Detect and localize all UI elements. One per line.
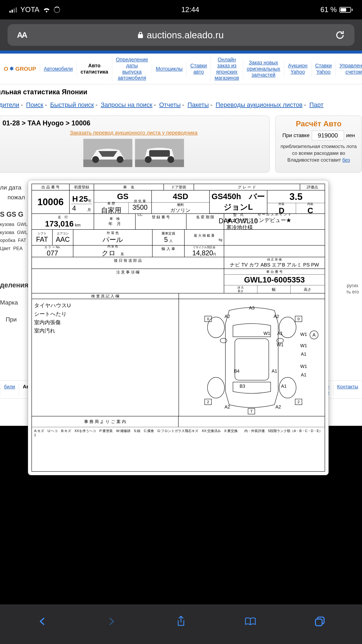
svg-text:A1: A1 (301, 352, 306, 356)
calc-bid-input[interactable] (312, 131, 344, 140)
battery-percent: 61 % (320, 6, 337, 14)
url-text: auctions.aleado.ru (147, 30, 224, 40)
reload-button[interactable] (335, 30, 345, 41)
subnav-quick-search[interactable]: Быстрый поиск (50, 101, 94, 108)
bottom-nav-item[interactable]: били (0, 383, 19, 396)
svg-text:A: A (312, 332, 316, 337)
svg-text:W1: W1 (300, 364, 307, 369)
svg-point-10 (208, 317, 224, 338)
right-edge-panel: ругихть его (343, 282, 362, 295)
svg-text:W1: W1 (277, 342, 284, 347)
bookmarks-button[interactable] (244, 615, 257, 628)
svg-rect-5 (135, 160, 184, 167)
svg-text:A2: A2 (274, 314, 279, 319)
wifi-icon (43, 7, 50, 13)
svg-text:A2: A2 (224, 314, 230, 319)
mileage: 173,016 (45, 219, 74, 228)
logo[interactable]: O ✱ GROUP (0, 66, 40, 72)
edge-text: пожал (0, 192, 25, 202)
browser-chrome: AA auctions.aleado.ru (0, 20, 362, 50)
edge-heading: деления (0, 280, 28, 290)
nav-yahoo-bids[interactable]: Ставки Yahoo (311, 62, 336, 76)
lot-panel: 01-28 > TAA Hyogo > 10006 Заказать перев… (0, 116, 270, 172)
svg-text:A1: A1 (277, 331, 283, 336)
svg-point-3 (117, 156, 124, 163)
subnav-manufacturers[interactable]: водители (0, 101, 19, 108)
equipment: ナビ TV カワ ABS エアB アルミ PS PW (230, 262, 319, 268)
bottom-nav-contacts[interactable]: Контакты (333, 383, 362, 396)
svg-text:W1: W1 (264, 331, 270, 336)
nav-parts-order[interactable]: Заказ новых оригинальных запчастей (243, 58, 284, 79)
nav-automobiles[interactable]: Автомобили (40, 65, 76, 73)
calc-link[interactable]: без (342, 157, 350, 163)
nav-auto-stats[interactable]: Авто статистика (76, 62, 112, 76)
nav-yahoo-auction[interactable]: Аукцион Yahoo (284, 62, 311, 76)
subnav-search[interactable]: Поиск (26, 101, 43, 108)
signal-icon (10, 7, 17, 13)
svg-rect-9 (235, 339, 269, 380)
calc-description: приблизительная стоимость лота со всеми … (279, 143, 358, 164)
calc-currency: иен (346, 132, 355, 138)
svg-text:A2: A2 (224, 404, 230, 410)
lock-icon (138, 32, 143, 39)
edge-label: Марка (0, 298, 18, 308)
chassis-number: GWL10-6005353 (224, 274, 325, 285)
svg-text:A2: A2 (276, 404, 281, 410)
svg-text:A1: A1 (301, 372, 306, 377)
translate-link[interactable]: Заказать перевод аукционного листа у пер… (2, 128, 265, 137)
svg-text:W1: W1 (300, 332, 307, 337)
svg-text:B4: B4 (234, 368, 240, 374)
carrier-label: YOTA (20, 6, 40, 14)
page-title: бильная статистика Японии (0, 84, 362, 100)
nav-account[interactable]: Управление счетом (336, 62, 362, 76)
loading-spinner-icon (54, 6, 60, 13)
subnav-packages[interactable]: Пакеты (188, 101, 209, 108)
clock: 12:44 (181, 6, 199, 14)
edge-text: ли дата (0, 182, 25, 192)
auction-score: 3.5 (267, 190, 325, 203)
nav-date-determine[interactable]: Определение даты выпуска автомобиля (112, 56, 152, 82)
share-button[interactable] (174, 615, 188, 628)
svg-text:W1: W1 (300, 343, 307, 348)
svg-text:2: 2 (207, 400, 209, 404)
subnav-part[interactable]: Парт (310, 101, 324, 108)
battery-icon (340, 7, 352, 13)
svg-text:0: 0 (207, 317, 209, 321)
calc-title: Расчёт Авто (279, 120, 358, 128)
svg-point-14 (220, 338, 227, 343)
car-photo-rear[interactable] (135, 139, 184, 167)
svg-rect-1 (83, 160, 132, 167)
svg-text:2: 2 (298, 400, 300, 404)
svg-point-7 (145, 156, 152, 163)
svg-rect-6 (149, 150, 170, 157)
subnav-search-requests[interactable]: Запросы на поиск (101, 101, 152, 108)
forward-button[interactable] (105, 615, 118, 628)
safari-tabbar (0, 604, 362, 644)
auction-sheet-overlay: 出 品 番 号 初度登録 車 名 ドア形状 グ レ ー ド 評価点 10006 … (28, 180, 329, 475)
subnav-translations[interactable]: Переводы аукционных листов (216, 101, 302, 108)
svg-text:0: 0 (298, 317, 300, 321)
lot-number: 10006 (32, 190, 70, 214)
back-button[interactable] (36, 615, 49, 628)
svg-point-8 (168, 156, 174, 163)
sub-nav: водители- Поиск- Быстрый поиск- Запросы … (0, 100, 362, 110)
car-photo-front[interactable] (83, 139, 132, 167)
nav-motorcycles[interactable]: Мотоциклы (152, 65, 186, 73)
inspector-notes: タイヤハウスU シートへたり 室内内張傷 室内汚れ (32, 299, 179, 416)
edge-label: При (0, 308, 18, 324)
url-bar[interactable]: auctions.aleado.ru (34, 30, 327, 40)
grade: GS450h バージョンL (210, 190, 267, 213)
text-size-button[interactable]: AA (17, 30, 26, 40)
svg-point-2 (92, 156, 99, 163)
svg-text:B3: B3 (240, 384, 245, 389)
svg-rect-46 (316, 619, 322, 626)
nav-online-order[interactable]: Онлайн заказ из японских магазинов (210, 56, 243, 82)
gear-icon: ✱ (10, 66, 14, 72)
damage-legend: A:キズ U:ヘコ B:キズ XXを伴うヘコ P:要塗装 W:補修跡 S:錆 C… (32, 427, 325, 439)
calc-panel: Расчёт Авто При ставке иен приблизительн… (275, 116, 362, 172)
breadcrumb: 01-28 > TAA Hyogo > 10006 (2, 119, 265, 128)
svg-text:A3: A3 (249, 305, 254, 310)
subnav-reports[interactable]: Отчеты (159, 101, 180, 108)
nav-bids-auto[interactable]: Ставки авто (186, 62, 210, 76)
tabs-button[interactable] (313, 615, 326, 628)
